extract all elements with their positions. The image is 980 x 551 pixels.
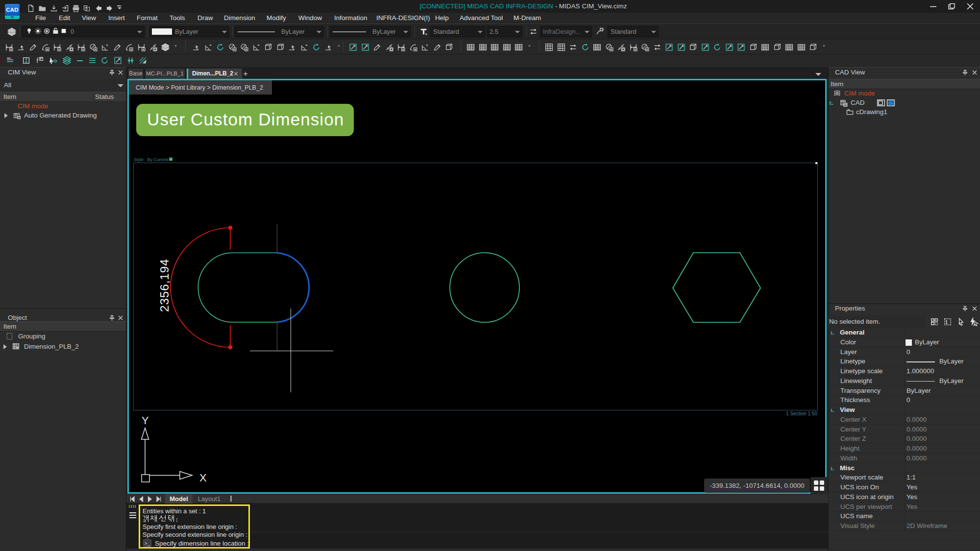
svg-text:Style : By Current: Style : By Current bbox=[134, 157, 169, 162]
svg-text:2356,194: 2356,194 bbox=[158, 259, 171, 312]
svg-text:1 Section 1:50: 1 Section 1:50 bbox=[786, 411, 817, 416]
svg-text:X: X bbox=[199, 472, 207, 484]
svg-text:Y: Y bbox=[142, 414, 149, 427]
